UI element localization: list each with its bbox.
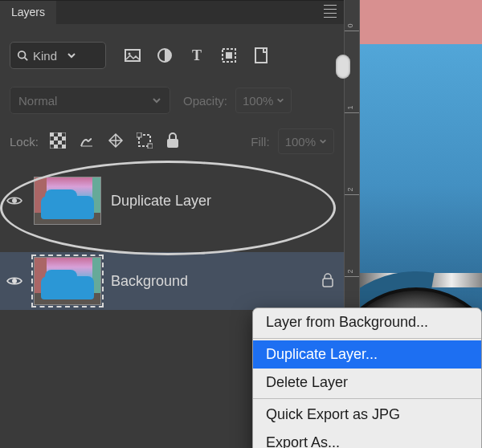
svg-rect-18 — [137, 132, 141, 137]
blend-mode-select[interactable]: Normal — [10, 87, 170, 114]
svg-rect-6 — [226, 52, 232, 59]
layer-name[interactable]: Background — [111, 273, 312, 290]
kind-label: Kind — [33, 49, 57, 63]
menu-divider — [253, 338, 481, 339]
kind-filter-select[interactable]: Kind — [10, 42, 106, 69]
lock-all-icon[interactable] — [165, 132, 183, 150]
svg-rect-9 — [50, 132, 54, 136]
opacity-label: Opacity: — [183, 94, 227, 108]
menu-divider — [253, 398, 481, 399]
chevron-down-icon — [67, 51, 76, 60]
menu-item-layer-from-background[interactable]: Layer from Background... — [253, 308, 481, 336]
filter-shape-icon[interactable] — [220, 47, 238, 64]
fill-input[interactable]: 100% — [278, 128, 334, 154]
layer-thumbnail[interactable] — [34, 177, 101, 225]
layer-list: Duplicate Layer Background — [0, 172, 344, 310]
chevron-down-icon — [276, 96, 284, 104]
ruler-tick-label: 0 — [346, 24, 354, 28]
layer-row[interactable]: Background — [0, 252, 344, 310]
menu-item-export-as[interactable]: Export As... — [253, 429, 481, 448]
svg-line-1 — [25, 58, 28, 61]
svg-rect-11 — [54, 136, 58, 141]
search-icon — [17, 50, 28, 61]
svg-rect-14 — [58, 141, 62, 145]
layer-name[interactable]: Duplicate Layer — [111, 193, 337, 210]
lock-position-icon[interactable] — [108, 132, 125, 150]
lock-artboard-icon[interactable] — [137, 132, 154, 150]
chevron-down-icon — [319, 137, 327, 145]
ruler-tick-label: 2 — [346, 270, 354, 274]
fill-value: 100% — [285, 135, 316, 149]
blend-mode-label: Normal — [18, 94, 57, 108]
layer-context-menu: Layer from Background... Duplicate Layer… — [252, 307, 482, 448]
ruler-tick-label: 2 — [346, 188, 354, 192]
eye-icon — [6, 195, 22, 206]
eye-icon — [6, 275, 22, 287]
filter-type-icon[interactable]: T — [188, 47, 206, 64]
filter-smart-icon[interactable] — [252, 47, 270, 64]
filter-adjustment-icon[interactable] — [156, 47, 174, 64]
svg-rect-20 — [167, 139, 178, 148]
svg-point-0 — [18, 51, 26, 59]
panel-menu-button[interactable] — [321, 2, 339, 20]
panel-tabbar: Layers — [0, 0, 344, 24]
menu-item-delete-layer[interactable]: Delete Layer — [253, 369, 481, 397]
svg-rect-15 — [54, 145, 58, 149]
svg-rect-23 — [323, 279, 333, 287]
svg-rect-2 — [125, 50, 140, 61]
lock-transparency-icon[interactable] — [50, 132, 67, 150]
layer-filter-row: Kind T — [0, 35, 344, 75]
opacity-value: 100% — [243, 94, 273, 108]
svg-rect-16 — [62, 145, 66, 149]
menu-item-duplicate-layer[interactable]: Duplicate Layer... — [253, 340, 481, 369]
svg-point-22 — [12, 279, 17, 283]
svg-rect-12 — [62, 136, 66, 141]
lock-row: Lock: Fill: 100% — [0, 122, 344, 161]
lock-label: Lock: — [10, 135, 39, 149]
lock-indicator-icon[interactable] — [321, 273, 337, 289]
canvas-bg-top — [360, 0, 482, 44]
svg-point-21 — [12, 198, 17, 203]
menu-item-quick-export-jpg[interactable]: Quick Export as JPG — [253, 401, 481, 429]
visibility-toggle[interactable] — [5, 195, 24, 206]
svg-rect-13 — [50, 141, 54, 145]
toggle-pill[interactable] — [336, 55, 350, 79]
filter-pixel-icon[interactable] — [124, 47, 141, 64]
svg-rect-7 — [255, 48, 267, 63]
opacity-input[interactable]: 100% — [235, 88, 292, 113]
chevron-down-icon — [152, 96, 161, 105]
layer-thumbnail[interactable] — [34, 257, 101, 305]
fill-label: Fill: — [251, 135, 269, 149]
svg-rect-19 — [148, 144, 153, 149]
visibility-toggle[interactable] — [5, 275, 24, 287]
ruler-tick-label: 1 — [346, 106, 354, 110]
blend-opacity-row: Normal Opacity: 100% — [0, 80, 344, 120]
svg-rect-10 — [58, 132, 62, 136]
layer-row[interactable]: Duplicate Layer — [0, 172, 344, 230]
tab-layers[interactable]: Layers — [0, 0, 56, 24]
lock-image-icon[interactable] — [79, 132, 96, 150]
